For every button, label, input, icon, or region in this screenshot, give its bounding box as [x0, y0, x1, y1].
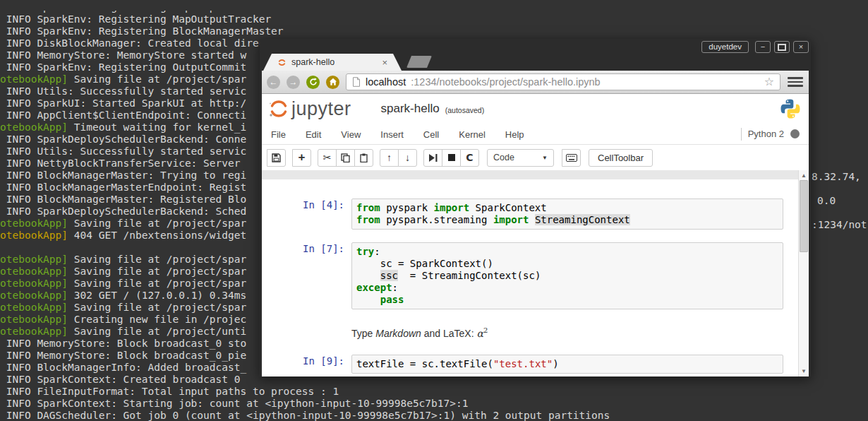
run-cell-button[interactable] [423, 149, 442, 167]
home-button[interactable] [326, 76, 339, 89]
jupyter-toolbar: + ✂ ↑ ↓ [262, 145, 809, 170]
cut-cell-button[interactable]: ✂ [318, 149, 337, 167]
code-cell: In [7]:try: sc = SparkContext() ssc = St… [262, 242, 798, 309]
hamburger-icon [788, 77, 803, 79]
terminal-line-fragment: 0.0 [817, 195, 836, 207]
forward-arrow-icon: → [289, 77, 298, 87]
terminal-line: INFO DAGScheduler: Got job 0 (count at <… [0, 410, 868, 421]
reload-icon [309, 78, 318, 86]
cell-type-dropdown[interactable]: Code ▼ [487, 149, 554, 167]
terminal-line: INFO SparkContext: Starting job: count a… [0, 398, 868, 410]
jupyter-menubar: FileEditViewInsertCellKernelHelp Python … [262, 124, 809, 145]
menu-item-file[interactable]: File [271, 129, 286, 140]
interrupt-kernel-button[interactable] [442, 149, 461, 167]
cell-prompt: In [4]: [262, 198, 351, 230]
scissors-icon: ✂ [323, 152, 332, 163]
menu-item-kernel[interactable]: Kernel [459, 129, 486, 140]
browser-navbar: ← → localhost:1234/notebooks/project/spa… [262, 71, 809, 94]
close-button[interactable]: × [793, 41, 809, 53]
kernel-zone: Python 2 [741, 128, 800, 141]
browser-menu-button[interactable] [787, 77, 804, 87]
menu-item-insert[interactable]: Insert [380, 129, 404, 140]
cell-type-value: Code [493, 153, 542, 162]
save-button[interactable] [267, 149, 286, 167]
page-scrollbar[interactable]: ▲ ▼ [798, 170, 809, 376]
back-button[interactable]: ← [267, 76, 280, 89]
stop-icon [448, 154, 455, 161]
celltoolbar-button[interactable]: CellToolbar [589, 149, 653, 167]
markdown-placeholder[interactable]: Type Markdown and LaTeX: α2 [351, 322, 488, 342]
terminal-line: INFO SparkEnv: Registering BlockManagerM… [0, 25, 868, 37]
tab-title: spark-hello [291, 57, 377, 67]
cell-prompt [262, 322, 351, 342]
terminal-line-fragment: :1234/not [812, 219, 867, 231]
kernel-status-icon [790, 129, 800, 138]
tab-close-icon[interactable]: × [382, 58, 387, 67]
scrollbar-down-icon[interactable]: ▼ [799, 368, 809, 374]
maximize-button[interactable] [774, 41, 790, 53]
arrow-up-icon: ↑ [387, 152, 392, 163]
bookmark-star-icon[interactable]: ☆ [764, 76, 774, 88]
paste-icon [359, 153, 368, 162]
move-cell-down-button[interactable]: ↓ [398, 149, 417, 167]
autosave-status: (autosaved) [445, 103, 484, 114]
url-host: localhost [366, 76, 406, 88]
jupyter-header: jupyter spark-hello (autosaved) [262, 94, 809, 124]
menu-item-edit[interactable]: Edit [306, 129, 321, 140]
cell-input[interactable]: from pyspark import SparkContextfrom pys… [351, 198, 783, 230]
copy-cell-button[interactable] [336, 149, 355, 167]
add-cell-button[interactable]: + [292, 149, 311, 167]
cell-input[interactable]: textFile = sc.textFile("test.txt") [351, 355, 783, 374]
terminal-line: INFO SparkEnv: Registering MapOutputTrac… [0, 13, 868, 25]
kernel-name: Python 2 [748, 129, 784, 139]
cell-input[interactable]: try: sc = SparkContext() ssc = Streaming… [351, 242, 783, 309]
menu-item-help[interactable]: Help [505, 129, 524, 140]
plus-icon: + [299, 150, 306, 165]
python-logo-icon [780, 99, 800, 119]
arrow-down-icon: ↓ [405, 152, 410, 163]
chevron-down-icon: ▼ [542, 155, 548, 161]
divider [741, 128, 742, 141]
copy-icon [341, 153, 350, 162]
cell-prompt: In [9]: [262, 355, 351, 374]
terminal-line: INFO FileInputFormat: Total input paths … [0, 386, 868, 398]
new-tab-button[interactable] [406, 56, 432, 68]
restart-kernel-button[interactable]: C [460, 149, 479, 167]
browser-titlebar: duyetdev − × [262, 39, 809, 53]
notebook-area: In [4]:from pyspark import SparkContextf… [262, 179, 798, 376]
back-arrow-icon: ← [270, 77, 278, 87]
jupyter-page: jupyter spark-hello (autosaved) FileEdit… [262, 94, 809, 376]
jupyter-favicon-icon [277, 58, 287, 67]
keyboard-icon [566, 154, 577, 162]
header-bottom-strip [262, 170, 809, 180]
move-cell-up-button[interactable]: ↑ [380, 149, 399, 167]
save-icon [272, 153, 281, 162]
code-cell: In [4]:from pyspark import SparkContextf… [262, 198, 798, 230]
menu-item-view[interactable]: View [341, 129, 361, 140]
browser-tabstrip: spark-hello × [262, 53, 809, 71]
code-cell: In [9]:textFile = sc.textFile("test.txt"… [262, 355, 798, 374]
terminal-line: INFO SparkEnv: Registering MapOutputTrac… [0, 11, 868, 13]
terminal-line-fragment: 8.32.74, [812, 171, 861, 183]
scrollbar-up-icon[interactable]: ▲ [799, 172, 809, 179]
browser-tab[interactable]: spark-hello × [263, 54, 402, 71]
home-icon [329, 78, 337, 86]
menu-item-cell[interactable]: Cell [423, 129, 439, 140]
minimize-button[interactable]: − [755, 41, 771, 53]
maximize-icon [778, 44, 786, 51]
jupyter-wordmark: jupyter [291, 98, 351, 120]
notebook-title[interactable]: spark-hello [381, 102, 440, 116]
forward-button[interactable]: → [287, 76, 300, 89]
paste-cell-button[interactable] [354, 149, 373, 167]
run-icon [429, 154, 438, 162]
cell-prompt: In [7]: [262, 242, 351, 309]
markdown-cell: Type Markdown and LaTeX: α2 [262, 322, 798, 342]
reload-button[interactable] [306, 76, 320, 89]
page-icon [352, 77, 361, 87]
browser-window: duyetdev − × spark-hello × ← → [260, 39, 811, 376]
restart-icon: C [466, 152, 473, 163]
url-bar[interactable]: localhost:1234/notebooks/project/spark-h… [346, 73, 780, 90]
scrollbar-thumb[interactable] [800, 180, 808, 252]
jupyter-logo-icon [268, 98, 289, 119]
command-palette-button[interactable] [562, 149, 581, 167]
